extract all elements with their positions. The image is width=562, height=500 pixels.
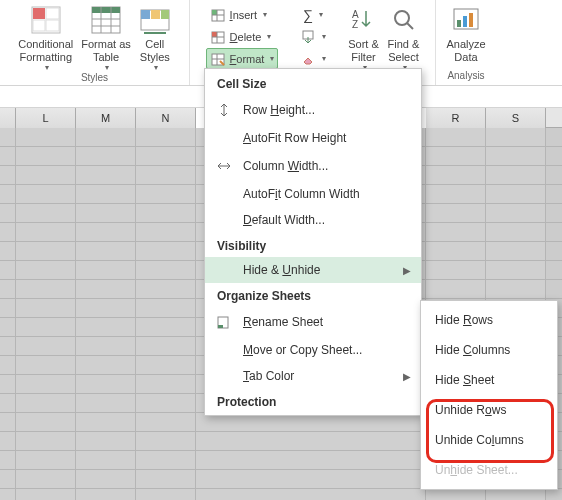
dropdown-icon: ▾ bbox=[270, 54, 274, 63]
svg-rect-3 bbox=[33, 20, 45, 31]
submenu-hide-columns[interactable]: Hide Columns bbox=[421, 335, 557, 365]
sort-filter-label: Sort & Filter bbox=[348, 38, 379, 63]
menu-autofit-col-label: AutoFit Column Width bbox=[243, 187, 360, 201]
submenu-unhide-columns[interactable]: Unhide Columns bbox=[421, 425, 557, 455]
menu-default-width[interactable]: Default Width... bbox=[205, 207, 421, 233]
conditional-formatting-label: Conditional Formatting bbox=[18, 38, 73, 63]
svg-text:Z: Z bbox=[352, 19, 358, 30]
cell-styles-label: Cell Styles bbox=[140, 38, 170, 63]
col-header-m[interactable]: M bbox=[76, 108, 136, 128]
svg-rect-1 bbox=[33, 8, 45, 19]
conditional-formatting-button[interactable]: Conditional Formatting▾ bbox=[14, 2, 77, 74]
col-header-l[interactable]: L bbox=[16, 108, 76, 128]
dropdown-icon: ▾ bbox=[319, 10, 323, 19]
dropdown-icon: ▾ bbox=[322, 32, 326, 41]
menu-section-cell-size: Cell Size bbox=[205, 71, 421, 95]
menu-row-height-label: Row Height... bbox=[243, 103, 315, 117]
format-menu: Cell Size Row Height... AutoFit Row Heig… bbox=[204, 68, 422, 416]
menu-move-copy-label: Move or Copy Sheet... bbox=[243, 343, 362, 357]
svg-rect-32 bbox=[457, 20, 461, 27]
menu-section-protection: Protection bbox=[205, 389, 421, 413]
insert-button[interactable]: Insert▾ bbox=[206, 4, 279, 25]
grid-row[interactable] bbox=[0, 489, 562, 500]
find-select-label: Find & Select bbox=[388, 38, 420, 63]
svg-rect-6 bbox=[92, 7, 120, 13]
svg-rect-4 bbox=[46, 20, 59, 31]
col-header-n[interactable]: N bbox=[136, 108, 196, 128]
group-analysis: Analyze Data Analysis bbox=[436, 0, 496, 85]
svg-rect-13 bbox=[151, 10, 160, 19]
svg-rect-20 bbox=[212, 32, 217, 37]
analyze-data-label: Analyze Data bbox=[446, 38, 485, 63]
find-select-icon bbox=[388, 4, 420, 36]
dropdown-icon: ▾ bbox=[267, 32, 271, 41]
menu-autofit-col[interactable]: AutoFit Column Width bbox=[205, 181, 421, 207]
submenu-arrow-icon: ▶ bbox=[403, 265, 411, 276]
col-header[interactable] bbox=[0, 108, 16, 128]
format-as-table-icon bbox=[90, 4, 122, 36]
format-button[interactable]: Format▾ bbox=[206, 48, 279, 69]
menu-tab-color[interactable]: Tab Color ▶ bbox=[205, 363, 421, 389]
menu-column-width-label: Column Width... bbox=[243, 159, 328, 173]
submenu-hide-rows[interactable]: Hide Rows bbox=[421, 305, 557, 335]
menu-autofit-row-label: AutoFit Row Height bbox=[243, 131, 346, 145]
menu-section-visibility: Visibility bbox=[205, 233, 421, 257]
dropdown-icon: ▾ bbox=[154, 63, 158, 72]
menu-column-width[interactable]: Column Width... bbox=[205, 151, 421, 181]
autosum-icon: ∑ bbox=[303, 7, 313, 23]
fill-down-icon bbox=[300, 29, 316, 45]
menu-row-height[interactable]: Row Height... bbox=[205, 95, 421, 125]
column-width-icon bbox=[215, 157, 233, 175]
delete-cells-icon bbox=[210, 29, 226, 45]
find-select-button[interactable]: Find & Select▾ bbox=[384, 2, 424, 74]
group-label-analysis: Analysis bbox=[447, 68, 484, 83]
submenu-unhide-rows[interactable]: Unhide Rows bbox=[421, 395, 557, 425]
submenu-unhide-sheet: Unhide Sheet... bbox=[421, 455, 557, 485]
clear-icon bbox=[300, 51, 316, 67]
svg-rect-33 bbox=[463, 16, 467, 27]
format-label: Format bbox=[230, 53, 265, 65]
submenu-hide-sheet[interactable]: Hide Sheet bbox=[421, 365, 557, 395]
menu-hide-unhide[interactable]: Hide & Unhide ▶ bbox=[205, 257, 421, 283]
autosum-button[interactable]: ∑▾ bbox=[296, 4, 330, 25]
svg-point-29 bbox=[395, 11, 409, 25]
dropdown-icon: ▾ bbox=[45, 63, 49, 72]
format-cells-icon bbox=[210, 51, 226, 67]
dropdown-icon: ▾ bbox=[322, 54, 326, 63]
analyze-data-icon bbox=[450, 4, 482, 36]
insert-cells-icon bbox=[210, 7, 226, 23]
menu-autofit-row[interactable]: AutoFit Row Height bbox=[205, 125, 421, 151]
group-styles: Conditional Formatting▾ Format as Table▾… bbox=[0, 0, 190, 85]
menu-tab-color-label: Tab Color bbox=[243, 369, 294, 383]
rename-sheet-icon bbox=[215, 313, 233, 331]
svg-rect-16 bbox=[212, 10, 217, 15]
sort-filter-icon: AZ bbox=[348, 4, 380, 36]
delete-label: Delete bbox=[230, 31, 262, 43]
menu-rename-label: Rename Sheet bbox=[243, 315, 323, 329]
submenu-arrow-icon: ▶ bbox=[403, 371, 411, 382]
format-as-table-button[interactable]: Format as Table▾ bbox=[77, 2, 135, 74]
svg-rect-14 bbox=[161, 10, 169, 19]
clear-button[interactable]: ▾ bbox=[296, 48, 330, 69]
svg-rect-2 bbox=[46, 8, 59, 19]
menu-section-organize: Organize Sheets bbox=[205, 283, 421, 307]
group-label-styles: Styles bbox=[81, 70, 108, 85]
sort-filter-button[interactable]: AZ Sort & Filter▾ bbox=[344, 2, 384, 74]
menu-rename-sheet[interactable]: Rename Sheet bbox=[205, 307, 421, 337]
delete-button[interactable]: Delete▾ bbox=[206, 26, 279, 47]
svg-line-30 bbox=[407, 23, 413, 29]
svg-rect-34 bbox=[469, 13, 473, 27]
dropdown-icon: ▾ bbox=[263, 10, 267, 19]
insert-label: Insert bbox=[230, 9, 258, 21]
format-as-table-label: Format as Table bbox=[81, 38, 131, 63]
cell-styles-button[interactable]: Cell Styles▾ bbox=[135, 2, 175, 74]
svg-rect-36 bbox=[218, 325, 223, 328]
analyze-data-button[interactable]: Analyze Data bbox=[442, 2, 489, 65]
fill-button[interactable]: ▾ bbox=[296, 26, 330, 47]
hide-unhide-submenu: Hide Rows Hide Columns Hide Sheet Unhide… bbox=[420, 300, 558, 490]
conditional-formatting-icon bbox=[30, 4, 62, 36]
col-header-r[interactable]: R bbox=[426, 108, 486, 128]
svg-rect-12 bbox=[141, 10, 150, 19]
menu-move-copy[interactable]: Move or Copy Sheet... bbox=[205, 337, 421, 363]
col-header-s[interactable]: S bbox=[486, 108, 546, 128]
